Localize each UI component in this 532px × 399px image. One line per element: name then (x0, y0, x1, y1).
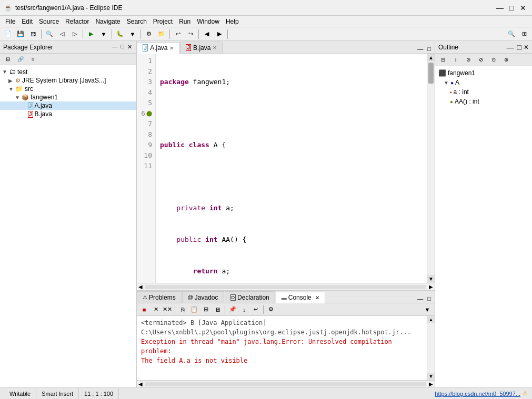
outline-method-aa[interactable]: ● AA() : int (435, 97, 532, 106)
status-link[interactable]: https://blog.csdn.net/m0_50997... (435, 391, 520, 397)
scroll-up[interactable]: ▲ (427, 54, 435, 62)
console-vscrollbar[interactable]: ▲ ▼ (427, 316, 435, 380)
menu-project[interactable]: Project (150, 16, 176, 27)
toolbar-prev[interactable]: ◁ (56, 28, 68, 40)
console-new2[interactable]: 🖥 (212, 304, 223, 315)
console-new[interactable]: ⊞ (200, 304, 211, 315)
console-hscroll-right[interactable]: ▶ (427, 381, 435, 387)
toolbar-undo[interactable]: ↩ (172, 28, 184, 40)
toolbar-clean[interactable]: ⚙ (143, 28, 155, 40)
tab-ajava[interactable]: J A.java ✕ (137, 42, 179, 54)
console-word-wrap[interactable]: ↵ (250, 304, 261, 315)
tab-javadoc[interactable]: @ Javadoc (182, 291, 224, 303)
toolbar-new[interactable]: 📄 (2, 28, 14, 40)
menu-source[interactable]: Source (36, 16, 62, 27)
tab-problems[interactable]: ⚠ Problems (137, 291, 182, 303)
minimize-button[interactable]: — (495, 3, 505, 13)
scroll-thumb[interactable] (428, 63, 434, 84)
menu-help[interactable]: Help (223, 16, 242, 27)
bottom-minimize[interactable]: — (416, 295, 425, 302)
outline-collapse[interactable]: ⊟ (437, 54, 449, 66)
console-remove[interactable]: ✕ (150, 304, 161, 315)
tree-item-bjava[interactable]: J B.java (0, 110, 136, 118)
pkg-link[interactable]: 🔗 (15, 54, 26, 65)
console-scroll-up[interactable]: ▲ (427, 316, 435, 323)
hscroll-left[interactable]: ◀ (137, 284, 144, 290)
outline-close[interactable]: ✕ (524, 44, 529, 51)
console-settings[interactable]: ⚙ (266, 304, 276, 315)
console-copy[interactable]: ⎘ (177, 304, 188, 315)
outline-fangwen1[interactable]: ⬛ fangwen1 (435, 68, 532, 78)
toolbar-search[interactable]: 🔍 (44, 28, 55, 40)
toolbar-open[interactable]: 📁 (156, 28, 167, 40)
outline-class-a[interactable]: ▼ ● A (435, 78, 532, 87)
toolbar-run[interactable]: ▶ (85, 28, 97, 40)
pkg-collapse[interactable]: ⊟ (2, 54, 14, 65)
console-pin[interactable]: 📌 (227, 304, 238, 315)
console-viewmenu[interactable]: ▼ (422, 304, 433, 315)
tab-ajava-close[interactable]: ✕ (169, 45, 174, 51)
toolbar-persp[interactable]: ⊞ (518, 28, 530, 40)
toolbar-search2[interactable]: 🔍 (506, 28, 517, 40)
tree-item-fangwen1[interactable]: ▼ 📦 fangwen1 (0, 93, 136, 101)
menu-window[interactable]: Window (194, 16, 223, 27)
bottom-maximize[interactable]: □ (426, 295, 433, 302)
close-button[interactable]: ✕ (518, 3, 528, 13)
menu-search[interactable]: Search (124, 16, 150, 27)
outline-sort[interactable]: ↕ (450, 54, 461, 66)
tab-bjava[interactable]: J B.java ✕ (180, 42, 223, 53)
editor-maximize[interactable]: □ (426, 45, 433, 53)
hscroll-bar[interactable] (145, 285, 426, 289)
package-explorer-maximize[interactable]: □ (119, 44, 125, 50)
toolbar-next[interactable]: ▷ (69, 28, 81, 40)
toolbar-debug[interactable]: 🐛 (114, 28, 126, 40)
scroll-down[interactable]: ▼ (427, 275, 435, 283)
editor-hscrollbar[interactable]: ◀ ▶ (137, 283, 435, 290)
menu-navigate[interactable]: Navigate (92, 16, 123, 27)
editor-vscrollbar[interactable]: ▲ ▼ (427, 54, 435, 283)
outline-filter4[interactable]: ⊛ (500, 54, 512, 66)
tab-declaration[interactable]: D Declaration (225, 291, 275, 303)
tree-item-src[interactable]: ▼ 📁 src (0, 85, 136, 93)
toolbar-save[interactable]: 💾 (15, 28, 26, 40)
console-content[interactable]: <terminated> B [Java Application] C:\Use… (137, 316, 427, 380)
menu-run[interactable]: Run (176, 16, 194, 27)
menu-file[interactable]: File (2, 16, 18, 27)
menu-refactor[interactable]: Refactor (62, 16, 92, 27)
console-scroll[interactable]: ↓ (239, 304, 249, 315)
console-hscrollbar[interactable]: ◀ ▶ (137, 380, 435, 387)
hscroll-right[interactable]: ▶ (427, 284, 435, 290)
pkg-menu[interactable]: ≡ (27, 54, 39, 65)
toolbar-run-dd[interactable]: ▼ (98, 28, 109, 40)
outline-filter3[interactable]: ⊙ (488, 54, 499, 66)
outline-field-a[interactable]: ▪ a : int (435, 87, 532, 97)
outline-maximize[interactable]: □ (516, 44, 523, 51)
tab-console-close[interactable]: ✕ (315, 295, 319, 301)
toolbar-back[interactable]: ◀ (201, 28, 213, 40)
editor-content[interactable]: 1 2 3 4 5 6⬤ 7 8 9 10 11 package fangwen… (137, 54, 435, 283)
maximize-button[interactable]: □ (507, 3, 516, 13)
console-hscroll-left[interactable]: ◀ (137, 381, 144, 387)
outline-minimize[interactable]: — (506, 44, 515, 51)
console-remove-all[interactable]: ✕✕ (162, 304, 173, 315)
toolbar-forward[interactable]: ▶ (214, 28, 225, 40)
console-paste[interactable]: 📋 (189, 304, 199, 315)
outline-filter1[interactable]: ⊘ (463, 54, 474, 66)
toolbar-debug-dd[interactable]: ▼ (127, 28, 138, 40)
console-scroll-down[interactable]: ▼ (427, 373, 435, 380)
console-scroll-track[interactable] (427, 323, 435, 373)
toolbar-save2[interactable]: 🖫 (27, 28, 39, 40)
toolbar-redo[interactable]: ↪ (185, 28, 196, 40)
outline-filter2[interactable]: ⊘ (475, 54, 487, 66)
console-hscroll-bar[interactable] (145, 382, 426, 386)
menu-edit[interactable]: Edit (18, 16, 36, 27)
tree-item-ajava[interactable]: J A.java (0, 101, 136, 110)
scroll-track[interactable] (427, 62, 435, 275)
package-explorer-close[interactable]: ✕ (126, 44, 133, 50)
console-terminate[interactable]: ■ (139, 304, 149, 315)
code-editor[interactable]: package fangwen1; public class A { priva… (156, 54, 427, 283)
tree-item-jre[interactable]: ▶ ⚙ JRE System Library [JavaS...] (0, 76, 136, 85)
editor-minimize[interactable]: — (416, 45, 425, 53)
package-explorer-minimize[interactable]: — (111, 44, 118, 50)
tab-console[interactable]: ▬ Console ✕ (276, 292, 325, 303)
